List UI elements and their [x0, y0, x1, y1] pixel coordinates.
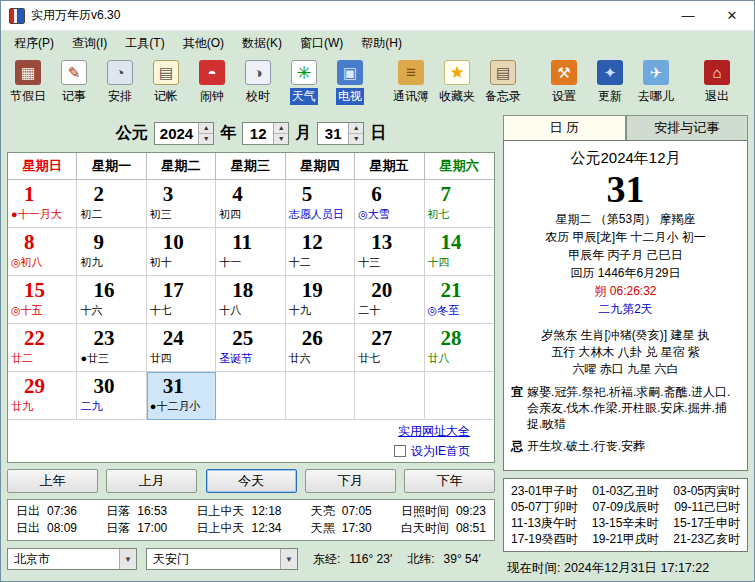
day-number: 4 — [217, 182, 283, 207]
holiday-button[interactable]: ▦节假日 — [5, 58, 51, 105]
favorites-button[interactable]: ★收藏夹 — [434, 58, 480, 105]
minimize-button[interactable]: — — [666, 1, 710, 30]
menu-item-2[interactable]: 查询(I) — [63, 32, 116, 55]
day-cell-6[interactable]: 6◎大雪 — [355, 180, 424, 228]
update-button[interactable]: ✦更新 — [587, 58, 633, 105]
day-cell-24[interactable]: 24廿四 — [147, 324, 216, 372]
day-input[interactable]: 31 — [318, 123, 348, 144]
day-sublabel: 十一 — [217, 255, 283, 269]
close-button[interactable]: ✕ — [710, 1, 754, 30]
day-cell-17[interactable]: 17十七 — [147, 276, 216, 324]
menu-item-6[interactable]: 窗口(W) — [291, 32, 352, 55]
day-cell-1[interactable]: 1●十一月大 — [8, 180, 77, 228]
exit-button[interactable]: ⌂退出 — [694, 58, 740, 105]
month-up-button[interactable]: ▲ — [274, 123, 288, 134]
menu-item-3[interactable]: 工具(T) — [116, 32, 173, 55]
sun-info-item: 白天时间08:51 — [401, 520, 486, 537]
update-icon: ✦ — [597, 60, 623, 85]
day-cell-7[interactable]: 7初七 — [425, 180, 494, 228]
year-spinner: 2024 ▲ ▼ — [154, 122, 214, 145]
update-label: 更新 — [596, 88, 624, 105]
settings-button[interactable]: ⚒设置 — [541, 58, 587, 105]
day-cell-8[interactable]: 8◎初八 — [8, 228, 77, 276]
day-number: 1 — [9, 182, 75, 207]
menu-item-5[interactable]: 数据(K) — [233, 32, 291, 55]
timesync-button[interactable]: ◑校时 — [235, 58, 281, 105]
day-cell-3[interactable]: 3初三 — [147, 180, 216, 228]
prev-year-button[interactable]: 上年 — [7, 469, 98, 493]
day-cell-13[interactable]: 13十三 — [355, 228, 424, 276]
travel-button[interactable]: ✈去哪儿 — [633, 58, 679, 105]
year-up-button[interactable]: ▲ — [199, 123, 213, 134]
note-label: 记事 — [60, 88, 88, 105]
alarm-button[interactable]: ◓闹钟 — [189, 58, 235, 105]
day-cell-14[interactable]: 14十四 — [425, 228, 494, 276]
weekday-header: 星期一 — [77, 153, 146, 180]
menu-item-4[interactable]: 其他(O) — [174, 32, 233, 55]
day-cell-21[interactable]: 21◎冬至 — [425, 276, 494, 324]
detail-moon-phase: 朔 06:26:32 — [511, 282, 740, 300]
detail-ganzhi-line: 甲辰年 丙子月 己巳日 — [511, 246, 740, 264]
day-cell-28[interactable]: 28廿八 — [425, 324, 494, 372]
day-spinner-buttons: ▲ ▼ — [348, 123, 363, 144]
day-cell-9[interactable]: 9初九 — [77, 228, 146, 276]
day-sublabel: 初十 — [148, 255, 214, 269]
menu-item-1[interactable]: 程序(P) — [5, 32, 63, 55]
weather-button[interactable]: ✳天气 — [281, 58, 327, 105]
year-input[interactable]: 2024 — [155, 123, 198, 144]
schedule-button[interactable]: ◔安排 — [97, 58, 143, 105]
tab-schedule[interactable]: 安排与记事 — [626, 115, 749, 140]
place-select[interactable]: 天安门 ▼ — [146, 548, 298, 570]
month-input[interactable]: 12 — [243, 123, 273, 144]
day-cell-26[interactable]: 26廿六 — [286, 324, 355, 372]
yi-text: 嫁娶.冠笄.祭祀.祈福.求嗣.斋醮.进人口.会亲友.伐木.作梁.开柱眼.安床.掘… — [527, 384, 740, 432]
next-year-button[interactable]: 下年 — [404, 469, 495, 493]
day-up-button[interactable]: ▲ — [349, 123, 363, 134]
note-button[interactable]: ✎记事 — [51, 58, 97, 105]
day-cell-16[interactable]: 16十六 — [77, 276, 146, 324]
day-cell-22[interactable]: 22廿二 — [8, 324, 77, 372]
day-cell-25[interactable]: 25圣诞节 — [216, 324, 285, 372]
day-cell-29[interactable]: 29廿九 — [8, 372, 77, 420]
today-button[interactable]: 今天 — [206, 469, 297, 493]
prev-month-button[interactable]: 上月 — [106, 469, 197, 493]
day-cell-11[interactable]: 11十一 — [216, 228, 285, 276]
day-cell-31[interactable]: 31●十二月小 — [147, 372, 216, 420]
tab-row: 日 历安排与记事 — [503, 115, 748, 140]
ie-home-checkbox[interactable] — [394, 445, 406, 457]
memo-button[interactable]: ▤备忘录 — [480, 58, 526, 105]
tv-button[interactable]: ▣电视 — [327, 58, 373, 105]
day-cell-10[interactable]: 10初十 — [147, 228, 216, 276]
day-number: 21 — [426, 278, 493, 303]
day-cell-12[interactable]: 12十二 — [286, 228, 355, 276]
weekday-header: 星期五 — [355, 153, 424, 180]
tab-calendar[interactable]: 日 历 — [503, 115, 626, 140]
day-cell-20[interactable]: 20二十 — [355, 276, 424, 324]
year-down-button[interactable]: ▼ — [199, 134, 213, 144]
day-cell-15[interactable]: 15◎十五 — [8, 276, 77, 324]
menu-item-7[interactable]: 帮助(H) — [352, 32, 411, 55]
sun-info-label: 天亮 — [311, 504, 335, 518]
day-cell-18[interactable]: 18十八 — [216, 276, 285, 324]
city-select[interactable]: 北京市 ▼ — [7, 548, 137, 570]
day-cell-4[interactable]: 4初四 — [216, 180, 285, 228]
main-content: 公元 2024 ▲ ▼ 年 12 ▲ ▼ 月 — [1, 113, 754, 581]
day-sublabel: 十四 — [426, 255, 493, 269]
sun-info-label: 日出 — [16, 521, 40, 535]
day-cell-5[interactable]: 5志愿人员日 — [286, 180, 355, 228]
day-number: 15 — [9, 278, 75, 303]
day-cell-19[interactable]: 19十九 — [286, 276, 355, 324]
day-cell-27[interactable]: 27廿七 — [355, 324, 424, 372]
day-cell-2[interactable]: 2初二 — [77, 180, 146, 228]
day-cell-23[interactable]: 23●廿三 — [77, 324, 146, 372]
day-cell-30[interactable]: 30二九 — [77, 372, 146, 420]
next-month-button[interactable]: 下月 — [305, 469, 396, 493]
month-down-button[interactable]: ▼ — [274, 134, 288, 144]
url-collection-link[interactable]: 实用网址大全 — [398, 423, 470, 440]
contacts-button[interactable]: ≡通讯簿 — [388, 58, 434, 105]
city-dropdown-arrow-icon: ▼ — [119, 549, 136, 569]
account-button[interactable]: ▤记帐 — [143, 58, 189, 105]
sun-info-value: 09:23 — [456, 504, 486, 518]
day-down-button[interactable]: ▼ — [349, 134, 363, 144]
day-number: 5 — [287, 182, 353, 207]
